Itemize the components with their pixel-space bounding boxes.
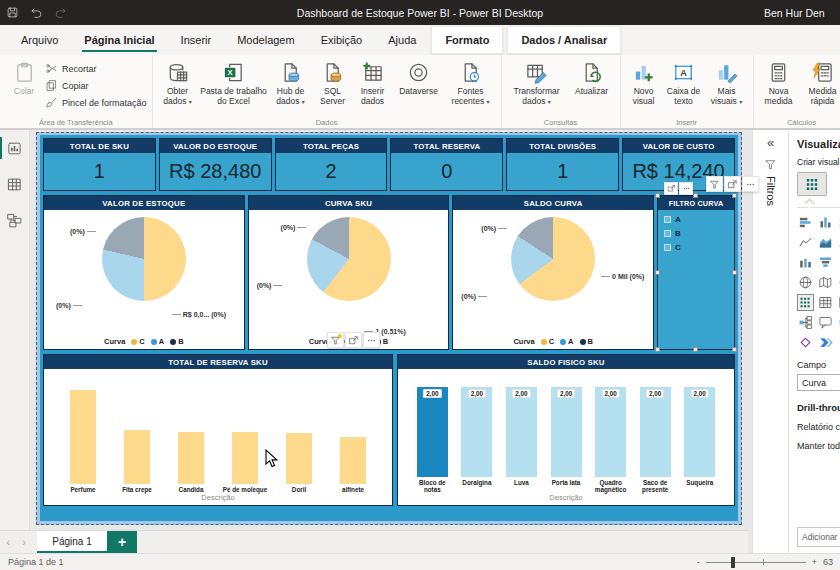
ribbon-btn-pincel-de-formata-o[interactable]: Pincel de formatação <box>45 94 147 111</box>
bar-card-saldo-fisico-sku[interactable]: SALDO FISICO SKU 2,002,002,002,002,002,0… <box>397 354 735 506</box>
keep-filters-label[interactable]: Manter todos os filtros <box>797 441 840 451</box>
account-name[interactable]: Ben Hur Den <box>764 7 840 19</box>
selection-handle[interactable] <box>693 193 698 198</box>
focus-mode-button[interactable] <box>724 176 741 192</box>
legend-item-C[interactable]: C <box>541 337 554 346</box>
kpi-card-total-pe-as[interactable]: TOTAL PEÇAS 2 <box>275 138 388 191</box>
ribbon-btn-caixa-de-texto[interactable]: ACaixa de texto <box>664 59 704 106</box>
prev-page-arrow[interactable]: ‹ <box>0 531 16 553</box>
more-options-button[interactable] <box>742 176 759 192</box>
tab-ajuda[interactable]: Ajuda <box>375 25 429 55</box>
slicer-filtro-curva[interactable]: FILTRO CURVA ABC <box>657 195 735 350</box>
zoom-slider-thumb[interactable] <box>731 557 735 568</box>
legend-item-B[interactable]: B <box>170 337 183 346</box>
viz-type-g-barh[interactable] <box>797 214 814 231</box>
viz-type-g-slicer[interactable] <box>797 294 814 311</box>
viz-type-g-barv[interactable] <box>817 214 834 231</box>
more-options-button[interactable] <box>679 182 693 195</box>
bar-doril[interactable] <box>272 375 326 484</box>
selection-handle[interactable] <box>655 270 660 275</box>
ribbon-btn-dataverse[interactable]: Dataverse <box>394 59 444 97</box>
selection-handle[interactable] <box>732 347 737 352</box>
selection-handle[interactable] <box>655 193 660 198</box>
pie-chart[interactable] <box>511 217 595 301</box>
ribbon-btn-recortar[interactable]: Recortar <box>45 60 147 77</box>
bar-card-total-de-reserva-sku[interactable]: TOTAL DE RESERVA SKU PerfumeFita crepeCa… <box>43 354 393 506</box>
pie-chart[interactable] <box>307 217 391 301</box>
bar-doralgina[interactable]: 2,00 <box>455 375 500 477</box>
legend-item-A[interactable]: A <box>151 337 164 346</box>
model-view-button[interactable] <box>4 209 26 231</box>
filter-button[interactable] <box>706 176 723 192</box>
viz-type-g-funnel[interactable] <box>817 254 834 271</box>
tab-dados-analisar[interactable]: Dados / Analisar <box>507 26 621 54</box>
viz-type-g-map[interactable] <box>817 274 834 291</box>
bar-porta-lata[interactable]: 2,00 <box>544 375 589 477</box>
cross-report-label[interactable]: Relatório cruzado <box>797 422 840 432</box>
tab-formato[interactable]: Formato <box>431 26 503 54</box>
pie-card-saldo-curva[interactable]: SALDO CURVA (0%)(0%)0 Mil (0%) CurvaCAB <box>452 195 654 350</box>
viz-type-g-qa[interactable] <box>817 314 834 331</box>
add-drill-fields-box[interactable]: Adicionar campos de drill-through aqui <box>797 527 840 547</box>
tab-inserir[interactable]: Inserir <box>168 25 225 55</box>
focus-mode-button[interactable] <box>345 332 362 348</box>
bar-bloco-de-notas[interactable]: 2,00 <box>410 375 455 477</box>
zoom-out-button[interactable]: - <box>697 557 700 567</box>
pie-card-curva-sku[interactable]: CURVA SKU (0%)(0%)1 (0.51%) CurvaCAB <box>248 195 450 350</box>
pie-chart[interactable] <box>102 217 186 301</box>
new-page-button[interactable]: + <box>107 531 137 553</box>
viz-type-g-globe[interactable] <box>797 274 814 291</box>
slicer-option-c[interactable]: C <box>664 243 728 252</box>
ribbon-btn-pasta-de-trabalho-do-excel[interactable]: XPasta de trabalho do Excel <box>200 59 268 106</box>
checkbox-icon[interactable] <box>664 244 671 251</box>
viz-type-g-line[interactable] <box>797 234 814 251</box>
ribbon-btn-colar[interactable]: Colar <box>5 59 43 97</box>
more-options-button[interactable] <box>363 332 380 348</box>
selection-handle[interactable] <box>655 347 660 352</box>
data-view-button[interactable] <box>4 173 26 195</box>
kpi-card-valor-do-estoque[interactable]: VALOR DO ESTOQUE R$ 28,480 <box>159 138 272 191</box>
kpi-card-total-reserva[interactable]: TOTAL RESERVA 0 <box>390 138 503 191</box>
bar-suqueira[interactable]: 2,00 <box>677 375 722 477</box>
kpi-card-total-divis-es[interactable]: TOTAL DIVISÕES 1 <box>506 138 619 191</box>
tab-arquivo[interactable]: Arquivo <box>8 25 71 55</box>
zoom-slider[interactable] <box>706 562 806 563</box>
bar-quadro-magn-tico[interactable]: 2,00 <box>588 375 633 477</box>
legend-item-B[interactable]: B <box>580 337 593 346</box>
report-page[interactable]: TOTAL DE SKU 1 VALOR DO ESTOQUE R$ 28,48… <box>36 132 742 525</box>
pie-card-valor-de-estoque[interactable]: VALOR DE ESTOQUE (0%)(0%)R$ 0,0... (0%) … <box>43 195 245 350</box>
bar-perfume[interactable] <box>56 375 110 484</box>
filters-pane-collapsed[interactable]: « Filtros <box>752 130 788 553</box>
report-view-button[interactable] <box>4 137 26 159</box>
ribbon-btn-obter-dados[interactable]: Obter dados ▾ <box>158 59 198 106</box>
ribbon-btn-transformar-dados[interactable]: Transformar dados ▾ <box>507 59 567 106</box>
selection-handle[interactable] <box>732 270 737 275</box>
kpi-card-total-de-sku[interactable]: TOTAL DE SKU 1 <box>43 138 156 191</box>
field-well-curva[interactable]: Curva <box>797 374 840 391</box>
tab-p-gina-inicial[interactable]: Página Inicial <box>71 25 167 55</box>
viz-type-g-papps[interactable] <box>797 334 814 351</box>
selected-visual-button[interactable] <box>797 172 827 196</box>
checkbox-icon[interactable] <box>664 216 671 223</box>
checkbox-icon[interactable] <box>664 230 671 237</box>
slicer-option-b[interactable]: B <box>664 229 728 238</box>
ribbon-btn-fontes-recentes[interactable]: Fontes recentes ▾ <box>446 59 496 106</box>
viz-type-g-grid[interactable] <box>817 294 834 311</box>
zoom-in-button[interactable]: + <box>812 557 817 567</box>
report-canvas[interactable]: TOTAL DE SKU 1 VALOR DO ESTOQUE R$ 28,48… <box>30 130 748 530</box>
legend-item-A[interactable]: A <box>560 337 573 346</box>
ribbon-btn-hub-de-dados[interactable]: Hub de dados ▾ <box>270 59 312 106</box>
ribbon-btn-sql-server[interactable]: SQL Server <box>314 59 352 106</box>
viz-type-g-combo[interactable] <box>797 254 814 271</box>
ribbon-btn-atualizar[interactable]: Atualizar <box>569 59 615 97</box>
ribbon-btn-inserir-dados[interactable]: Inserir dados <box>354 59 392 106</box>
bar-alfinete[interactable] <box>326 375 380 484</box>
expand-pane-icon[interactable]: « <box>767 136 774 149</box>
filter-button[interactable] <box>327 332 344 348</box>
save-button[interactable] <box>0 0 24 25</box>
selection-handle[interactable] <box>732 193 737 198</box>
ribbon-btn-copiar[interactable]: Copiar <box>45 77 147 94</box>
bar-fita-crepe[interactable] <box>110 375 164 484</box>
bar-p-de-moleque[interactable] <box>218 375 272 484</box>
slicer-option-a[interactable]: A <box>664 215 728 224</box>
